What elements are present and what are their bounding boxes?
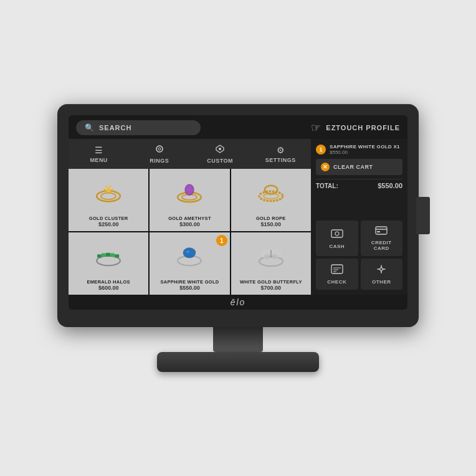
elo-logo: ēlo bbox=[231, 297, 246, 307]
menu-icon: ☰ bbox=[95, 145, 103, 155]
product-card-emerald-halos[interactable]: EMERALD HALOS $600.00 bbox=[69, 232, 148, 295]
monitor-bezel: 🔍 SEARCH ☞ EZTOUCH PROFILE ☰ MENU bbox=[57, 104, 419, 327]
clear-cart-button[interactable]: ✕ CLEAR CART bbox=[316, 159, 402, 175]
monitor: 🔍 SEARCH ☞ EZTOUCH PROFILE ☰ MENU bbox=[57, 104, 419, 372]
svg-point-17 bbox=[265, 185, 278, 194]
svg-point-10 bbox=[107, 185, 109, 187]
cart-item-name: SAPPHIRE WHITE GOLD X1 bbox=[330, 144, 402, 150]
product-name-gold-amethyst: GOLD AMETHYST bbox=[168, 216, 211, 221]
nav-item-settings[interactable]: ⚙ SETTINGS bbox=[250, 139, 311, 169]
screen: 🔍 SEARCH ☞ EZTOUCH PROFILE ☰ MENU bbox=[69, 115, 407, 310]
svg-rect-20 bbox=[102, 253, 106, 256]
svg-rect-22 bbox=[111, 253, 115, 256]
product-card-sapphire-white-gold[interactable]: 1 SAPPHIRE WHITE GOLD bbox=[150, 232, 229, 295]
svg-rect-19 bbox=[97, 254, 102, 257]
product-card-gold-amethyst[interactable]: GOLD AMETHYST $300.00 bbox=[150, 169, 229, 231]
svg-point-28 bbox=[186, 250, 189, 252]
custom-icon bbox=[215, 144, 225, 156]
product-price-gold-rope: $150.00 bbox=[261, 221, 282, 227]
check-icon bbox=[331, 264, 343, 277]
qty-badge-sapphire: 1 bbox=[216, 235, 227, 246]
touch-icon: ☞ bbox=[311, 121, 321, 135]
cart-item-qty: 1 bbox=[316, 145, 326, 155]
other-label: OTHER bbox=[372, 279, 391, 285]
product-name-sapphire: SAPPHIRE WHITE GOLD bbox=[160, 279, 219, 285]
nav-label-settings: SETTINGS bbox=[265, 157, 296, 163]
svg-rect-35 bbox=[331, 230, 343, 237]
cart-item-0: 1 SAPPHIRE WHITE GOLD X1 $550.00 bbox=[316, 144, 402, 155]
svg-point-25 bbox=[182, 258, 197, 264]
cart-panel: 1 SAPPHIRE WHITE GOLD X1 $550.00 ✕ CLEAR… bbox=[311, 139, 407, 295]
product-price-gold-amethyst: $300.00 bbox=[179, 221, 200, 227]
clear-icon: ✕ bbox=[321, 163, 330, 171]
product-image-emerald-halos bbox=[71, 235, 146, 279]
rings-icon bbox=[155, 144, 164, 156]
receipt-printer bbox=[416, 197, 430, 234]
cart-item-price: $550.00 bbox=[330, 150, 402, 155]
search-bar[interactable]: 🔍 SEARCH bbox=[76, 120, 201, 135]
total-value: $550.00 bbox=[378, 182, 402, 189]
stand-base bbox=[157, 352, 319, 372]
nav-label-rings: RINGS bbox=[150, 158, 169, 164]
svg-rect-21 bbox=[106, 252, 111, 256]
product-card-butterfly[interactable]: WHITE GOLD BUTTERFLY $700.00 bbox=[231, 232, 311, 295]
svg-point-36 bbox=[335, 232, 339, 236]
main-content: ☰ MENU RINGS bbox=[69, 139, 407, 295]
svg-rect-37 bbox=[376, 227, 387, 234]
total-label: TOTAL: bbox=[316, 183, 338, 189]
product-price-sapphire: $550.00 bbox=[179, 285, 200, 291]
svg-point-0 bbox=[156, 146, 163, 152]
cash-icon bbox=[331, 228, 343, 242]
nav-item-menu[interactable]: ☰ MENU bbox=[69, 139, 129, 169]
payment-btn-credit-card[interactable]: CREDIT CARD bbox=[361, 221, 403, 256]
product-image-gold-rope bbox=[234, 171, 308, 216]
check-label: CHECK bbox=[327, 279, 346, 285]
nav-label-menu: MENU bbox=[90, 157, 108, 163]
eztouch-label: EZTOUCH PROFILE bbox=[326, 124, 400, 131]
svg-point-27 bbox=[186, 249, 194, 256]
svg-point-9 bbox=[110, 187, 112, 189]
product-image-butterfly bbox=[234, 235, 308, 279]
cash-label: CASH bbox=[329, 244, 345, 249]
eztouch-area: ☞ EZTOUCH PROFILE bbox=[311, 121, 400, 135]
payment-btn-cash[interactable]: CASH bbox=[316, 221, 358, 256]
settings-icon: ⚙ bbox=[277, 145, 285, 155]
nav-item-custom[interactable]: CUSTOM bbox=[190, 139, 250, 169]
svg-point-3 bbox=[219, 148, 221, 150]
other-icon bbox=[376, 264, 387, 277]
payment-btn-check[interactable]: CHECK bbox=[316, 259, 358, 290]
credit-card-label: CREDIT CARD bbox=[363, 240, 401, 251]
nav-item-rings[interactable]: RINGS bbox=[129, 139, 189, 169]
product-name-gold-cluster: GOLD CLUSTER bbox=[89, 216, 128, 221]
product-name-emerald-halos: EMERALD HALOS bbox=[87, 279, 130, 285]
product-name-gold-rope: GOLD ROPE bbox=[256, 216, 286, 221]
pos-panel: ☰ MENU RINGS bbox=[69, 139, 311, 295]
svg-rect-39 bbox=[377, 231, 380, 232]
stand-neck bbox=[213, 327, 263, 352]
svg-rect-40 bbox=[331, 265, 343, 274]
total-row: TOTAL: $550.00 bbox=[316, 179, 402, 192]
search-label: SEARCH bbox=[99, 124, 131, 131]
payment-btn-other[interactable]: OTHER bbox=[361, 259, 403, 290]
svg-rect-23 bbox=[115, 254, 119, 257]
credit-card-icon bbox=[375, 226, 388, 238]
top-bar: 🔍 SEARCH ☞ EZTOUCH PROFILE bbox=[69, 115, 407, 139]
svg-point-15 bbox=[259, 191, 283, 201]
product-grid: GOLD CLUSTER $250.00 bbox=[69, 169, 311, 295]
svg-point-8 bbox=[105, 187, 107, 189]
product-card-gold-cluster[interactable]: GOLD CLUSTER $250.00 bbox=[69, 169, 148, 231]
screen-bottom: ēlo bbox=[69, 295, 407, 310]
svg-point-14 bbox=[186, 185, 193, 194]
product-price-butterfly: $700.00 bbox=[261, 285, 282, 291]
product-price-gold-cluster: $250.00 bbox=[98, 221, 119, 227]
cart-item-info: SAPPHIRE WHITE GOLD X1 $550.00 bbox=[330, 144, 402, 155]
svg-point-29 bbox=[259, 256, 283, 265]
product-image-gold-amethyst bbox=[152, 171, 227, 216]
nav-bar: ☰ MENU RINGS bbox=[69, 139, 311, 169]
clear-cart-label: CLEAR CART bbox=[333, 164, 373, 170]
nav-label-custom: CUSTOM bbox=[207, 158, 233, 164]
product-card-gold-rope[interactable]: GOLD ROPE $150.00 bbox=[231, 169, 311, 231]
product-image-gold-cluster bbox=[71, 171, 146, 216]
product-name-butterfly: WHITE GOLD BUTTERFLY bbox=[240, 279, 302, 285]
product-price-emerald-halos: $600.00 bbox=[98, 285, 119, 291]
